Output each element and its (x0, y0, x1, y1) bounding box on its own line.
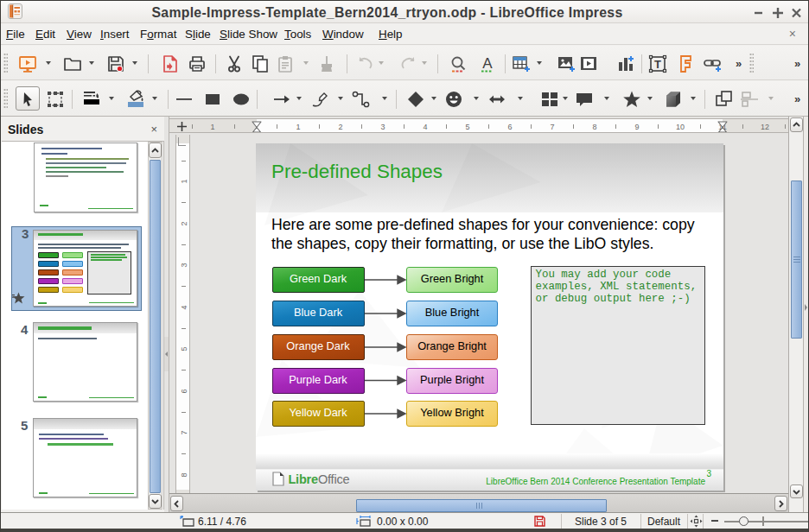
svg-text:A: A (482, 55, 493, 72)
svg-text:T: T (654, 58, 661, 71)
